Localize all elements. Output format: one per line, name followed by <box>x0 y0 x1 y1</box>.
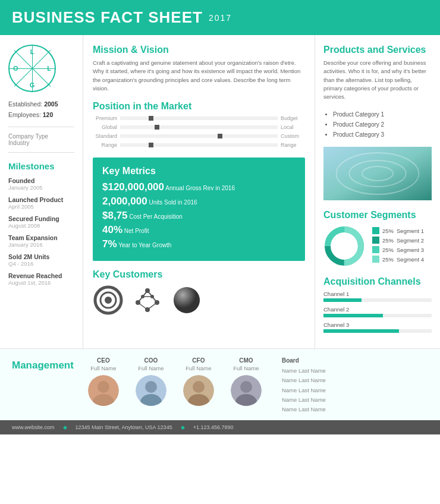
channel-bar-2 <box>323 314 383 317</box>
market-label-global: Global <box>93 124 120 130</box>
segment-row-2: 25% Segment 2 <box>372 237 424 244</box>
product-image <box>323 147 432 200</box>
channel-name-2: Channel 2 <box>323 306 432 313</box>
board-title: Board <box>282 357 326 364</box>
segment-pct-2: 25% <box>382 237 394 244</box>
mgmt-ceo: CEO Full Name <box>86 357 121 406</box>
market-bar-wrap-3 <box>120 134 278 138</box>
mgmt-cmo: CMO Full Name <box>228 357 264 406</box>
sidebar: L O L G Established: 2005 Employees: 120… <box>0 35 83 348</box>
metric-row-3: $8,75 Cost Per Acquisition <box>102 210 296 222</box>
footer-address: 12345 Main Street, Anytown, USA 12345 <box>76 424 172 430</box>
channel-bar-bg-2 <box>323 314 432 317</box>
milestones-title: Milestones <box>8 161 74 171</box>
market-row-3: Standard Custom <box>93 133 305 139</box>
channel-bar-1 <box>323 298 362 302</box>
channels-title: Acquisition Channels <box>323 276 432 287</box>
market-row-1: Premium Budget <box>93 115 305 121</box>
metric-value-4: 40% <box>102 224 122 235</box>
customer-icon-network <box>132 285 163 316</box>
mgmt-coo-name: Full Name <box>133 365 169 371</box>
logo-letter-bottom: G <box>30 81 35 89</box>
svg-rect-19 <box>323 147 432 200</box>
product-category-1: Product Category 1 <box>333 109 432 119</box>
page-title: BUSINESS FACT SHEET <box>12 8 203 27</box>
footer-dot-2: ◆ <box>181 424 185 430</box>
market-bar-wrap-1 <box>120 116 278 120</box>
products-title: Products and Services <box>323 45 432 55</box>
industry-label: Industry <box>8 140 74 146</box>
footer-phone: +1.123.456.7890 <box>193 424 234 430</box>
management-section: Management CEO Full Name COO Full Name C… <box>0 348 440 420</box>
market-label-custom: Custom <box>278 133 305 139</box>
mission-text: Craft a captivating and genuine statemen… <box>93 59 305 93</box>
key-customers-title: Key Customers <box>93 269 305 280</box>
mgmt-cfo-name: Full Name <box>181 365 216 371</box>
market-title: Position in the Market <box>93 101 305 112</box>
milestone-item: Revenue Reached August 1st, 2016 <box>8 272 74 286</box>
channel-row-2: Channel 2 <box>323 306 432 317</box>
employees-value: 120 <box>43 111 54 118</box>
svg-line-16 <box>152 297 157 303</box>
logo-letter-top: L <box>30 48 34 55</box>
mgmt-ceo-name: Full Name <box>86 365 121 371</box>
donut-chart <box>323 225 365 267</box>
segment-row-1: 25% Segment 1 <box>372 227 424 234</box>
product-category-3: Product Category 3 <box>333 130 432 140</box>
segment-pct-1: 25% <box>382 228 394 234</box>
market-label-local: Local <box>278 124 305 130</box>
board-names: Name Last Name Name Last Name Name Last … <box>282 366 326 414</box>
segment-pct-3: 25% <box>382 247 394 253</box>
channel-name-3: Channel 3 <box>323 322 432 328</box>
market-label-range-r: Range <box>278 142 305 148</box>
svg-point-29 <box>98 381 109 393</box>
company-type: Company Type Industry <box>8 133 74 146</box>
segment-color-4 <box>372 256 379 263</box>
metric-row-5: 7% Year to Year Growth <box>102 238 296 250</box>
milestone-item: Launched Product April 2005 <box>8 196 74 210</box>
market-dot-2 <box>155 125 159 130</box>
established-value: 2005 <box>44 100 58 108</box>
metric-row-1: $120,000,000 Annual Gross Rev in 2016 <box>102 181 296 193</box>
svg-line-11 <box>138 303 147 310</box>
metric-row-2: 2,000,000 Units Sold in 2016 <box>102 196 296 207</box>
right-column: Products and Services Describe your core… <box>315 35 440 348</box>
svg-line-14 <box>147 291 152 297</box>
established-label: Established: <box>8 100 42 108</box>
market-label-range-l: Range <box>93 142 120 148</box>
product-list: Product Category 1 Product Category 2 Pr… <box>323 109 432 140</box>
page-year: 2017 <box>209 13 232 23</box>
metric-label-3: Cost Per Acquisition <box>129 213 183 220</box>
svg-point-2 <box>105 297 112 304</box>
segment-label-3: Segment 3 <box>397 247 424 253</box>
market-row-2: Global Local <box>93 124 305 130</box>
market-dot-3 <box>218 134 222 138</box>
channel-bar-3 <box>323 329 399 333</box>
sidebar-divider-1 <box>8 127 74 127</box>
main-content: L O L G Established: 2005 Employees: 120… <box>0 35 440 348</box>
metric-label-4: Net Profit <box>124 228 149 234</box>
market-label-budget: Budget <box>278 115 305 121</box>
metric-label-1: Annual Gross Rev in 2016 <box>165 185 235 191</box>
key-metrics-title: Key Metrics <box>102 166 296 177</box>
mgmt-cfo-avatar <box>183 375 214 406</box>
company-type-label: Company Type <box>8 133 74 140</box>
key-customers-section: Key Customers <box>93 269 305 316</box>
svg-point-32 <box>145 381 157 393</box>
page-footer: www.website.com ◆ 12345 Main Street, Any… <box>0 420 440 434</box>
footer-dot-1: ◆ <box>63 424 67 430</box>
metric-value-5: 7% <box>102 238 117 250</box>
page-header: BUSINESS FACT SHEET 2017 <box>0 0 440 35</box>
market-dot-4 <box>149 143 153 147</box>
segment-section: Customer Segments 25% Segment 1 <box>323 210 432 267</box>
metric-value-2: 2,000,000 <box>102 196 147 207</box>
market-section: Position in the Market Premium Budget Gl… <box>93 101 305 148</box>
mgmt-coo-role: COO <box>133 357 169 364</box>
mgmt-cfo-role: CFO <box>181 357 216 364</box>
mgmt-ceo-avatar <box>88 375 119 406</box>
svg-point-27 <box>332 234 356 258</box>
milestone-item: Secured Funding August 2008 <box>8 215 74 229</box>
milestone-item: Team Expansion January 2016 <box>8 234 74 248</box>
key-metrics-box: Key Metrics $120,000,000 Annual Gross Re… <box>93 158 305 261</box>
market-dot-1 <box>149 116 153 121</box>
